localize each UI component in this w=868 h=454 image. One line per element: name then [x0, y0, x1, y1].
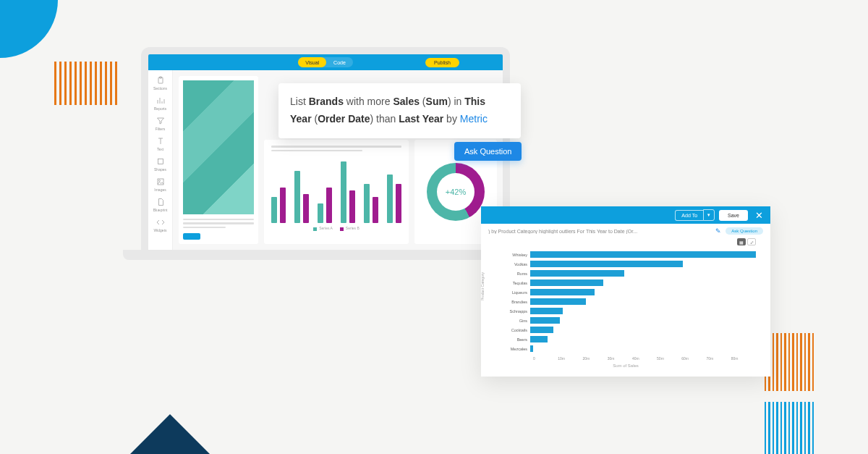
- sidebar-item-text[interactable]: Text: [148, 134, 172, 154]
- deco-bars-blue-bottom: [765, 402, 814, 454]
- sidebar-label: Images: [154, 188, 166, 192]
- query-subtitle: ) by Product Category highlight outliers…: [488, 229, 711, 234]
- doc-icon: [156, 198, 165, 206]
- image-card[interactable]: [179, 76, 258, 244]
- sidebar-label: Sections: [153, 86, 167, 91]
- sidebar-label: Reports: [154, 106, 167, 111]
- svg-point-4: [158, 180, 160, 182]
- tab-visual[interactable]: Visual: [298, 57, 326, 67]
- sidebar-label: Widgets: [153, 228, 166, 232]
- sidebar-item-blueprint[interactable]: Blueprint: [148, 195, 172, 215]
- text-placeholder: [183, 219, 254, 231]
- close-icon[interactable]: ✕: [752, 210, 766, 221]
- code-icon: [156, 218, 165, 227]
- sidebar-label: Text: [157, 147, 163, 151]
- app-topbar: Visual Code Publish: [148, 54, 503, 70]
- sidebar-label: Shapes: [154, 167, 166, 172]
- card-action-button[interactable]: [183, 233, 200, 240]
- donut-center-value: +42%: [437, 173, 475, 211]
- deco-quarter-circle: [0, 0, 58, 58]
- deco-bars-orange-top: [54, 62, 117, 105]
- sidebar-item-sections[interactable]: Sections: [148, 73, 172, 93]
- sidebar-item-shapes[interactable]: Shapes: [148, 154, 172, 175]
- sidebar-label: Blueprint: [153, 208, 168, 212]
- thumbnail-image: [183, 80, 254, 214]
- report-window: Add To ▾ Save ✕ ) by Product Category hi…: [481, 206, 770, 377]
- add-to-dropdown: Add To ▾: [675, 209, 715, 221]
- sidebar-label: Filters: [156, 127, 166, 131]
- sidebar-item-filters[interactable]: Filters: [148, 114, 172, 134]
- sidebar-item-widgets[interactable]: Widgets: [148, 215, 172, 235]
- shapes-icon: [156, 157, 165, 166]
- image-icon: [156, 177, 165, 186]
- save-button[interactable]: Save: [719, 210, 748, 221]
- deco-bars-orange-bottom: [765, 333, 814, 391]
- svg-rect-2: [158, 159, 163, 164]
- sidebar-item-images[interactable]: Images: [148, 175, 172, 195]
- sidebar-item-reports[interactable]: Reports: [148, 93, 172, 114]
- svg-rect-3: [158, 179, 163, 185]
- text-icon: [156, 137, 165, 146]
- window-toolbar: Add To ▾ Save ✕: [481, 206, 770, 224]
- tab-code[interactable]: Code: [326, 57, 353, 67]
- tool-sidebar: Sections Reports Filters Text Shapes Ima…: [148, 70, 173, 250]
- deco-triangle: [130, 414, 210, 454]
- chart-legend: Series ASeries B: [271, 226, 401, 230]
- bar-chart-icon: [156, 96, 165, 105]
- query-subtitle-bar: ) by Product Category highlight outliers…: [481, 224, 770, 238]
- clipboard-icon: [156, 76, 165, 85]
- expand-icon[interactable]: ⤢: [747, 238, 756, 245]
- add-to-button[interactable]: Add To: [675, 210, 703, 221]
- mode-toggle: Visual Code: [298, 57, 353, 67]
- grid-view-icon[interactable]: ▦: [737, 238, 746, 245]
- funnel-icon: [156, 117, 165, 125]
- donut-chart: +42%: [427, 163, 485, 221]
- view-toggle: ▦ ⤢: [481, 238, 770, 248]
- add-to-caret[interactable]: ▾: [703, 209, 715, 221]
- grouped-bar-chart: [271, 158, 401, 223]
- query-tooltip: List Brands with more Sales (Sum) in Thi…: [278, 83, 521, 138]
- ask-question-pill[interactable]: Ask Question: [726, 227, 763, 235]
- chart-title-placeholder: [271, 146, 401, 154]
- ask-question-button[interactable]: Ask Question: [454, 142, 522, 161]
- horizontal-bar-chart: WhiskeyVodkasRumsTequilasLiqueursBrandie…: [481, 248, 770, 377]
- laptop-base: [123, 250, 528, 260]
- bar-chart-card[interactable]: Series ASeries B: [264, 140, 409, 244]
- y-axis-label: Product Category: [480, 272, 485, 300]
- publish-button[interactable]: Publish: [425, 58, 459, 67]
- edit-icon[interactable]: ✎: [715, 227, 721, 235]
